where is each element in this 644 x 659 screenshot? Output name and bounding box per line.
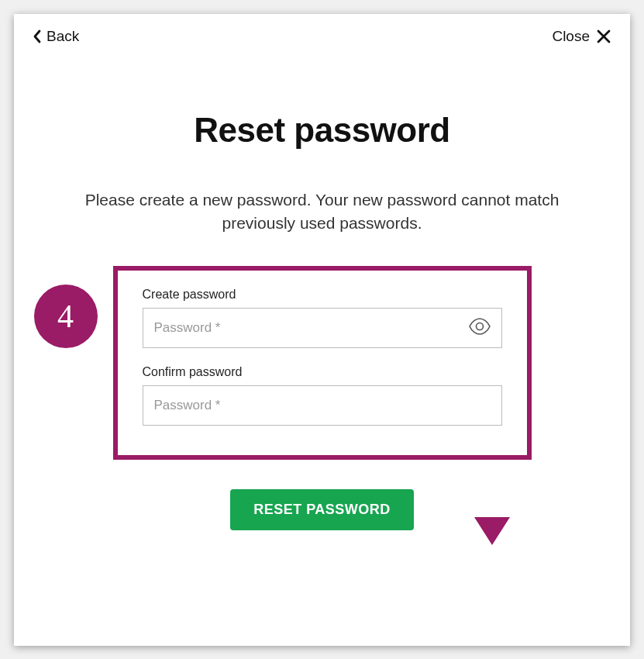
password-fields-highlight: 4 Create password Confirm password	[113, 266, 532, 460]
create-password-input[interactable]	[143, 308, 502, 348]
svg-marker-1	[474, 517, 510, 545]
confirm-password-input-wrap	[143, 385, 502, 426]
instructions-text: Please create a new password. Your new p…	[33, 188, 611, 236]
svg-point-0	[476, 323, 483, 330]
close-icon	[596, 29, 611, 44]
annotation-arrow-icon	[474, 517, 510, 545]
eye-icon	[468, 318, 491, 335]
show-password-toggle[interactable]	[468, 318, 491, 338]
create-password-group: Create password	[143, 288, 502, 348]
close-label: Close	[552, 28, 590, 45]
reset-password-modal: Back Close Reset password Please create …	[14, 14, 630, 646]
confirm-password-group: Confirm password	[143, 365, 502, 426]
create-password-input-wrap	[143, 308, 502, 348]
back-button[interactable]: Back	[33, 28, 79, 45]
back-label: Back	[46, 28, 79, 45]
confirm-password-input[interactable]	[143, 385, 502, 426]
chevron-left-icon	[33, 29, 42, 43]
close-button[interactable]: Close	[552, 28, 611, 45]
modal-topbar: Back Close	[33, 28, 611, 45]
page-title: Reset password	[33, 111, 611, 150]
confirm-password-label: Confirm password	[143, 365, 502, 379]
create-password-label: Create password	[143, 288, 502, 302]
reset-password-button[interactable]: RESET PASSWORD	[230, 489, 414, 530]
submit-row: RESET PASSWORD	[33, 489, 611, 530]
step-number-badge: 4	[34, 285, 98, 348]
